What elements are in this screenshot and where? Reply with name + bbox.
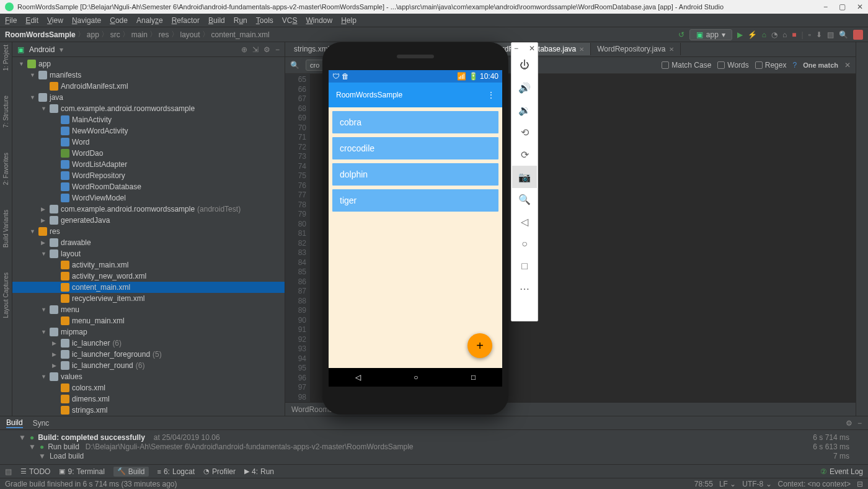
structure-button[interactable]: ▤ [827,30,834,39]
profile-button[interactable]: ◔ [771,30,777,39]
tool-profiler[interactable]: ◔ Profiler [203,467,236,476]
tree-row[interactable]: ▶com.example.android.roomwordssample (an… [12,204,285,215]
caret-position[interactable]: 78:55 [694,480,713,488]
tree-row[interactable]: content_main.xml [12,282,285,293]
zoom-icon[interactable]: 🔍 [512,188,537,210]
close-icon[interactable]: ✕ [529,44,535,54]
editor-tab[interactable]: WordRepository.java✕ [591,43,680,55]
tree-row[interactable]: WordViewModel [12,192,285,204]
tree-row[interactable]: ▼res [12,226,285,237]
tree-row[interactable]: MainActivity [12,114,285,125]
apply-changes-button[interactable]: ⚡ [748,30,757,39]
tree-row[interactable]: strings.xml [12,405,285,416]
overflow-menu-icon[interactable]: ⋮ [487,91,495,99]
overview-icon[interactable]: □ [512,255,537,277]
tool-logcat[interactable]: ≡ 6:Logcat [157,467,195,476]
rotate-right-icon[interactable]: ⟳ [512,143,537,166]
line-separator[interactable]: LF ⌄ [719,480,736,488]
hide-panel-icon[interactable]: − [857,419,862,428]
more-icon[interactable]: ⋯ [512,277,537,300]
tree-row[interactable]: AndroidManifest.xml [12,81,285,92]
list-item[interactable]: tiger [332,189,498,212]
tool-favorites[interactable]: 2: Favorites [2,153,9,185]
avatar-icon[interactable] [853,30,863,40]
tab-sync[interactable]: Sync [33,419,50,428]
tree-row[interactable]: menu_main.xml [12,315,285,326]
project-view-dropdown[interactable]: Android [29,45,55,54]
tree-row[interactable]: WordRoomDatabase [12,181,285,192]
tree-row[interactable]: ▼mipmap [12,326,285,338]
hide-panel-icon[interactable]: − [275,45,280,54]
search-icon[interactable]: 🔍 [839,30,848,39]
tool-layout-captures[interactable]: Layout Captures [2,272,9,318]
nav-home-icon[interactable]: ○ [414,373,418,382]
word-list[interactable]: cobra crocodile dolphin tiger + [329,107,502,368]
menu-analyze[interactable]: Analyze [136,16,163,25]
tree-row[interactable]: activity_new_word.xml [12,271,285,282]
menu-view[interactable]: View [47,16,63,25]
tree-row[interactable]: ▼manifests [12,70,285,81]
file-encoding[interactable]: UTF-8 ⌄ [742,480,771,488]
close-button[interactable]: ✕ [857,2,863,11]
back-icon[interactable]: ◁ [512,210,537,233]
crumb-layout[interactable]: layout [180,30,200,39]
run-config-dropdown[interactable]: ▣ app ▾ [689,29,732,40]
tree-row[interactable]: ▼java [12,92,285,103]
home-icon[interactable]: ○ [512,233,537,255]
regex-checkbox[interactable] [755,61,763,69]
close-tab-icon[interactable]: ✕ [579,46,584,53]
tree-row[interactable]: ▶generatedJava [12,215,285,226]
tree-row[interactable]: ▼app [12,58,285,70]
gear-icon[interactable]: ⚙ [264,45,270,54]
memory-indicator-icon[interactable]: ⊟ [857,480,863,488]
run-button[interactable]: ▶ [737,30,743,39]
tree-row[interactable]: NewWordActivity [12,125,285,137]
tool-terminal[interactable]: ▣ 9:Terminal [59,467,104,476]
collapse-all-icon[interactable]: ⇲ [252,45,259,54]
menu-edit[interactable]: Edit [25,16,38,25]
build-log-row[interactable]: ▼●Build: completed successfullyat 25/04/… [19,433,849,442]
project-tree[interactable]: ▼app▼manifestsAndroidManifest.xml▼java▼c… [12,57,285,416]
tree-row[interactable]: colors.xml [12,382,285,393]
menu-navigate[interactable]: Navigate [72,16,101,25]
tree-row[interactable]: WordRepository [12,170,285,181]
crumb-src[interactable]: src [110,30,120,39]
tree-row[interactable]: ▶ic_launcher_round (6) [12,360,285,371]
list-item[interactable]: dolphin [332,163,498,186]
context-indicator[interactable]: Context: <no context> [778,480,851,488]
tree-row[interactable]: ▼values [12,371,285,382]
volume-up-icon[interactable]: 🔊 [512,76,537,99]
tree-row[interactable]: WordDao [12,148,285,159]
fab-add[interactable]: + [467,333,492,358]
screenshot-icon[interactable]: 📷 [512,166,537,188]
build-log-row[interactable]: ▼●Run buildD:\Belajar\Nguli-Ah\Semester … [19,442,849,451]
words-checkbox[interactable] [717,61,725,69]
tool-event-log[interactable]: ② Event Log [820,467,863,476]
close-find-icon[interactable]: ✕ [844,61,851,70]
minimize-button[interactable]: − [823,2,828,11]
tree-row[interactable]: ▼layout [12,248,285,259]
tool-structure[interactable]: 7: Structure [2,96,9,128]
menu-help[interactable]: Help [341,16,356,25]
crumb-res[interactable]: res [159,30,169,39]
menu-refactor[interactable]: Refactor [172,16,200,25]
tree-row[interactable]: ▶ic_launcher (6) [12,338,285,349]
crumb-app[interactable]: app [87,30,99,39]
sdk-manager-button[interactable]: ⬇ [816,30,822,39]
match-case-checkbox[interactable] [662,61,669,69]
menu-code[interactable]: Code [110,16,128,25]
build-log-row[interactable]: ▼Load build7 ms [19,451,849,460]
power-icon[interactable]: ⏻ [512,54,537,76]
scroll-from-source-icon[interactable]: ⊕ [241,45,247,54]
debug-button[interactable]: ⌂ [762,30,766,39]
crumb-main[interactable]: main [131,30,148,39]
list-item[interactable]: crocodile [332,137,498,159]
close-tab-icon[interactable]: ✕ [669,46,674,53]
menu-run[interactable]: Run [234,16,247,25]
menu-file[interactable]: File [5,16,17,25]
tool-todo[interactable]: ☰ TODO [20,467,50,476]
menu-tools[interactable]: Tools [256,16,273,25]
attach-debugger-button[interactable]: ⌂ [782,30,787,39]
tree-row[interactable]: WordListAdapter [12,159,285,170]
sync-icon[interactable]: ↺ [678,30,684,39]
